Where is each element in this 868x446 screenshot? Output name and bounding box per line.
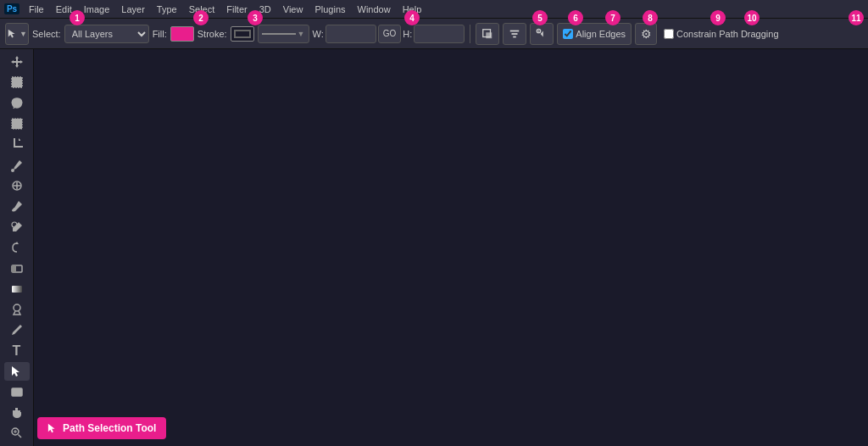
tooltip-label: Path Selection Tool — [63, 422, 156, 434]
path-alignment-button[interactable] — [503, 23, 526, 45]
clone-stamp-tool-btn[interactable] — [4, 218, 30, 237]
menu-view[interactable]: View — [278, 3, 309, 16]
svg-rect-14 — [12, 265, 16, 272]
svg-rect-17 — [12, 388, 22, 396]
pen-tool-btn[interactable] — [4, 321, 30, 339]
badge-11: 11 — [849, 10, 864, 25]
canvas-area[interactable] — [34, 49, 868, 446]
fill-label: Fill: — [153, 29, 167, 39]
path-arrange-button[interactable] — [530, 23, 554, 45]
tool-select-button[interactable]: ▼ — [5, 23, 29, 45]
divider-1 — [470, 25, 470, 43]
path-selection-icon — [47, 423, 58, 433]
badge-7: 7 — [605, 10, 620, 25]
badge-6: 6 — [568, 10, 583, 25]
marquee-tool-btn[interactable] — [4, 73, 30, 92]
select-label: Select: — [32, 29, 61, 39]
lasso-tool-btn[interactable] — [4, 94, 30, 113]
object-select-tool-btn[interactable] — [4, 114, 30, 133]
svg-point-6 — [538, 30, 540, 31]
svg-rect-15 — [12, 286, 22, 293]
left-toolbar: T — [0, 49, 34, 446]
badge-10: 10 — [744, 10, 760, 25]
menu-window[interactable]: Window — [353, 3, 396, 16]
dodge-tool-btn[interactable] — [4, 300, 30, 319]
badge-2: 2 — [193, 10, 209, 25]
menu-bar: Ps File Edit Image Layer Type Select Fil… — [0, 0, 868, 19]
constrain-path-label: Constrain Path Dragging — [676, 29, 778, 39]
healing-tool-btn[interactable] — [4, 176, 30, 195]
width-input[interactable] — [326, 25, 376, 43]
width-height-group: W: GO H: — [313, 25, 465, 43]
align-edges-checkbox[interactable] — [563, 29, 573, 39]
stroke-label: Stroke: — [198, 29, 227, 39]
constrain-path-checkbox[interactable] — [664, 29, 674, 39]
svg-point-9 — [11, 169, 14, 172]
path-ops-button-1[interactable] — [476, 23, 499, 45]
history-brush-tool-btn[interactable] — [4, 238, 30, 257]
stroke-line-selector[interactable]: ▼ — [258, 25, 309, 43]
crop-tool-btn[interactable] — [4, 135, 30, 153]
badge-4: 4 — [404, 10, 420, 25]
move-tool-btn[interactable] — [4, 53, 30, 71]
h-label: H: — [403, 29, 412, 39]
svg-rect-2 — [510, 30, 520, 31]
badge-1: 1 — [70, 10, 85, 25]
align-edges-group: Align Edges — [557, 23, 632, 45]
badge-5: 5 — [532, 10, 548, 25]
app-logo: Ps — [5, 3, 19, 16]
options-bar: 1 ▼ 2 Select: All Layers Current Layer 3… — [0, 19, 868, 49]
svg-rect-3 — [512, 33, 518, 35]
main-area: T — [0, 49, 868, 446]
svg-point-16 — [14, 304, 20, 311]
constrain-path-group: Constrain Path Dragging — [660, 27, 782, 41]
path-selection-tooltip: Path Selection Tool — [37, 417, 166, 439]
brush-tool-btn[interactable] — [4, 197, 30, 215]
svg-rect-4 — [514, 36, 517, 37]
fill-swatch[interactable] — [170, 26, 194, 42]
svg-rect-7 — [12, 77, 22, 87]
type-icon: T — [13, 343, 21, 359]
menu-layer[interactable]: Layer — [116, 3, 150, 16]
badge-3: 3 — [248, 10, 263, 25]
zoom-tool-btn[interactable] — [4, 424, 30, 443]
eyedropper-tool-btn[interactable] — [4, 156, 30, 175]
path-selection-tool-btn[interactable] — [4, 362, 30, 381]
align-edges-label: Align Edges — [576, 29, 626, 39]
menu-type[interactable]: Type — [152, 3, 182, 16]
gradient-tool-btn[interactable] — [4, 279, 30, 298]
select-dropdown[interactable]: All Layers Current Layer — [64, 25, 149, 43]
badge-9: 9 — [710, 10, 726, 25]
hand-tool-btn[interactable] — [4, 403, 30, 421]
settings-button[interactable]: ⚙ — [635, 23, 657, 45]
badge-8: 8 — [643, 10, 658, 25]
height-input[interactable] — [414, 25, 465, 43]
stroke-swatch[interactable] — [231, 26, 254, 42]
eraser-tool-btn[interactable] — [4, 259, 30, 277]
svg-point-11 — [12, 209, 15, 212]
menu-file[interactable]: File — [24, 3, 49, 16]
go-button[interactable]: GO — [378, 25, 402, 43]
shape-tool-btn[interactable] — [4, 382, 30, 401]
svg-rect-1 — [487, 32, 492, 38]
type-tool-btn[interactable]: T — [4, 341, 30, 360]
menu-plugins[interactable]: Plugins — [309, 3, 350, 16]
w-label: W: — [313, 29, 324, 39]
